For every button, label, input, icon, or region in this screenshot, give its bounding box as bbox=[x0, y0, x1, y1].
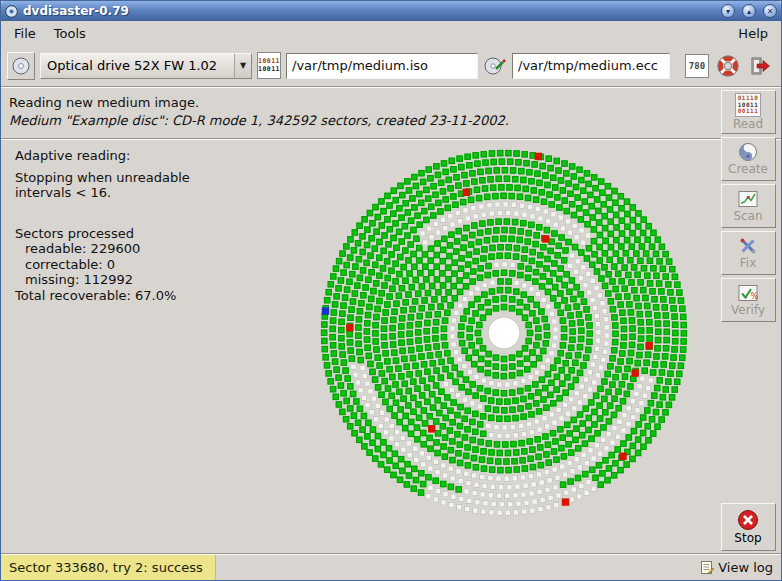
toolbar: Optical drive 52X FW 1.02 ▼ 10011 10011 … bbox=[1, 45, 781, 87]
verify-button-label: Verify bbox=[731, 303, 765, 317]
app-icon bbox=[5, 5, 18, 18]
exit-door-icon bbox=[750, 55, 772, 77]
yinyang-create-icon bbox=[738, 142, 758, 162]
create-button[interactable]: Create bbox=[721, 137, 776, 181]
log-page-icon bbox=[700, 560, 714, 575]
disc-visualization bbox=[299, 128, 709, 538]
stop-button-label: Stop bbox=[734, 531, 761, 545]
disc-drive-icon bbox=[11, 56, 31, 76]
crossed-tools-icon bbox=[738, 236, 758, 256]
app-window: dvdisaster-0.79 ▾ ▴ ✕ File Tools Help Op… bbox=[0, 0, 782, 581]
medium-info-line: Medium "Example disc": CD-R mode 1, 3425… bbox=[9, 112, 773, 129]
stop-condition-line1: Stopping when unreadable bbox=[15, 170, 190, 185]
svg-text:%: % bbox=[751, 292, 759, 301]
view-log-button[interactable]: View log bbox=[700, 560, 781, 575]
preferences-icon: 780 bbox=[689, 61, 705, 71]
stop-condition-line2: intervals < 16. bbox=[15, 185, 190, 200]
create-button-label: Create bbox=[728, 162, 768, 176]
maximize-button[interactable]: ▴ bbox=[742, 4, 756, 18]
quit-button[interactable] bbox=[747, 52, 775, 80]
read-button[interactable]: 01110 10011 00111 Read bbox=[721, 90, 776, 134]
fix-button-label: Fix bbox=[740, 256, 756, 270]
sectors-processed-title: Sectors processed bbox=[15, 226, 190, 241]
titlebar[interactable]: dvdisaster-0.79 ▾ ▴ ✕ bbox=[1, 1, 781, 21]
ecc-file-icon bbox=[483, 54, 507, 78]
sectors-readable: readable: 229600 bbox=[15, 241, 190, 257]
close-button[interactable]: ✕ bbox=[763, 4, 777, 18]
minimize-button[interactable]: ▾ bbox=[721, 4, 735, 18]
menu-tools[interactable]: Tools bbox=[45, 23, 95, 44]
drive-select-value: Optical drive 52X FW 1.02 bbox=[41, 58, 234, 73]
drive-select[interactable]: Optical drive 52X FW 1.02 ▼ bbox=[40, 53, 252, 79]
menubar: File Tools Help bbox=[1, 21, 781, 45]
lifebuoy-icon bbox=[717, 55, 739, 77]
reading-info-panel: Adaptive reading: Stopping when unreadab… bbox=[15, 148, 190, 303]
ecc-path-input[interactable] bbox=[512, 53, 670, 79]
status-line: Reading new medium image. bbox=[9, 94, 773, 111]
stop-icon bbox=[737, 509, 759, 531]
view-log-label: View log bbox=[718, 560, 773, 575]
menu-file[interactable]: File bbox=[5, 23, 45, 44]
iso-path-input[interactable] bbox=[286, 53, 478, 79]
menu-help[interactable]: Help bbox=[729, 23, 777, 44]
binary-read-icon: 01110 10011 00111 bbox=[735, 93, 762, 117]
read-button-label: Read bbox=[733, 117, 763, 131]
verify-check-icon: % bbox=[738, 283, 758, 303]
sectors-correctable: correctable: 0 bbox=[15, 257, 190, 273]
stop-button[interactable]: Stop bbox=[721, 503, 776, 551]
scan-button-label: Scan bbox=[733, 209, 762, 223]
scan-button[interactable]: Scan bbox=[721, 184, 776, 228]
preferences-button[interactable]: 780 bbox=[685, 54, 709, 78]
total-recoverable: Total recoverable: 67.0% bbox=[15, 288, 190, 303]
action-sidebar: 01110 10011 00111 Read Create bbox=[716, 87, 780, 553]
fix-button[interactable]: Fix bbox=[721, 231, 776, 275]
statusbar: Sector 333680, try 2: success View log bbox=[1, 554, 781, 580]
adaptive-reading-title: Adaptive reading: bbox=[15, 148, 190, 163]
scan-chart-icon bbox=[738, 189, 758, 209]
sectors-missing: missing: 112992 bbox=[15, 272, 190, 288]
verify-button[interactable]: % Verify bbox=[721, 278, 776, 322]
window-title: dvdisaster-0.79 bbox=[23, 4, 714, 18]
status-message: Sector 333680, try 2: success bbox=[1, 555, 216, 580]
drive-icon-button[interactable] bbox=[7, 52, 35, 80]
help-button[interactable] bbox=[714, 52, 742, 80]
chevron-down-icon: ▼ bbox=[234, 54, 251, 78]
iso-file-icon: 10011 10011 bbox=[257, 52, 281, 79]
